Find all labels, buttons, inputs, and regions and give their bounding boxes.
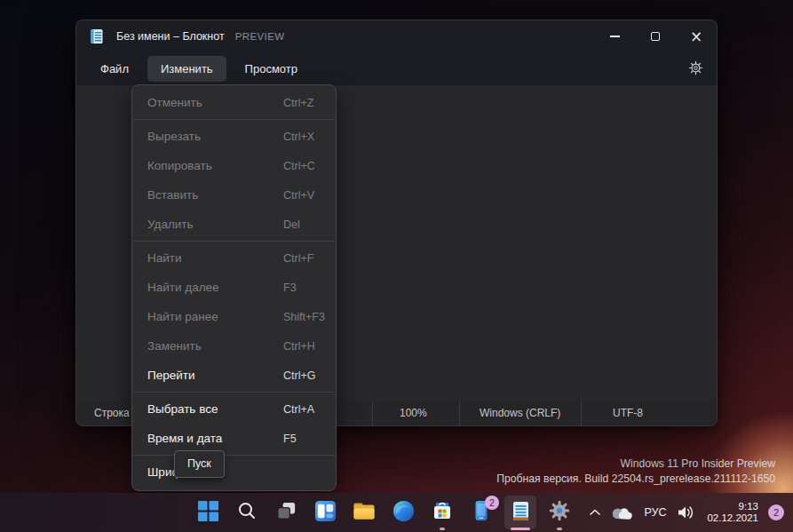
file-explorer-icon	[353, 500, 376, 525]
menu-item-find-previous[interactable]: Найти ранееShift+F3	[132, 302, 336, 331]
insider-watermark: Windows 11 Pro Insider Preview Пробная в…	[496, 457, 775, 486]
tray-time: 9:13	[707, 501, 758, 513]
edit-dropdown-menu: ОтменитьCtrl+Z ВырезатьCtrl+X Копировать…	[131, 84, 337, 491]
menu-item-time-date[interactable]: Время и датаF5	[132, 424, 336, 453]
menubar: Файл Изменить Просмотр	[76, 52, 717, 85]
phone-link-badge: 2	[485, 496, 499, 510]
tray-chevron-up-icon[interactable]	[587, 508, 603, 517]
minimize-icon	[610, 36, 620, 36]
edge-icon	[393, 500, 415, 526]
maximize-icon	[651, 32, 660, 41]
task-view-button[interactable]	[266, 493, 305, 532]
notepad-active-indicator	[511, 528, 530, 530]
start-tooltip: Пуск	[174, 450, 225, 478]
menu-item-copy[interactable]: КопироватьCtrl+C	[132, 151, 336, 180]
watermark-line1: Windows 11 Pro Insider Preview	[496, 457, 775, 472]
titlebar[interactable]: Без имени – Блокнот PREVIEW ×	[76, 20, 717, 52]
menu-item-undo[interactable]: ОтменитьCtrl+Z	[132, 88, 336, 117]
phone-link-button[interactable]: 2	[462, 493, 501, 532]
menu-view[interactable]: Просмотр	[232, 56, 311, 82]
start-icon	[197, 500, 219, 526]
menu-separator	[133, 241, 335, 242]
file-explorer-button[interactable]	[345, 493, 384, 532]
menu-file[interactable]: Файл	[87, 56, 142, 82]
menu-item-font[interactable]: Шрифт	[132, 457, 336, 487]
preview-badge: PREVIEW	[235, 31, 285, 42]
notepad-taskbar-button[interactable]	[501, 493, 540, 532]
window-title: Без имени – Блокнот	[116, 30, 225, 43]
menu-item-select-all[interactable]: Выбрать всеCtrl+A	[132, 394, 336, 424]
tray-date: 02.12.2021	[707, 512, 758, 525]
zoom-level: 100%	[372, 401, 459, 425]
language-indicator[interactable]: РУС	[642, 506, 668, 519]
menu-edit[interactable]: Изменить	[147, 56, 226, 82]
menu-item-find[interactable]: НайтиCtrl+F	[132, 243, 336, 273]
settings-button[interactable]	[540, 493, 579, 532]
menu-separator	[133, 392, 335, 393]
search-icon	[237, 501, 257, 524]
menu-separator	[133, 455, 335, 456]
onedrive-cloud-icon[interactable]	[611, 505, 634, 520]
encoding: UTF-8	[581, 401, 717, 425]
store-icon	[432, 500, 453, 525]
settings-icon	[549, 500, 570, 525]
settings-running-indicator	[557, 528, 562, 530]
menu-item-replace[interactable]: ЗаменитьCtrl+H	[132, 331, 336, 361]
task-view-icon	[275, 500, 297, 526]
menu-item-cut[interactable]: ВырезатьCtrl+X	[132, 122, 336, 151]
widgets-button[interactable]	[305, 493, 345, 532]
store-running-indicator	[440, 528, 445, 530]
close-icon: ×	[690, 29, 702, 44]
menu-item-paste[interactable]: ВставитьCtrl+V	[132, 180, 336, 210]
menu-item-go-to[interactable]: ПерейтиCtrl+G	[132, 361, 336, 390]
volume-icon[interactable]	[676, 504, 695, 520]
line-ending: Windows (CRLF)	[459, 401, 581, 425]
menu-separator	[133, 119, 335, 120]
taskbar: 2	[0, 493, 793, 532]
menu-item-delete[interactable]: УдалитьDel	[132, 210, 336, 239]
settings-gear-icon[interactable]	[688, 60, 703, 75]
widgets-icon	[314, 500, 337, 526]
notepad-taskbar-icon	[510, 500, 532, 526]
minimize-button[interactable]	[594, 20, 635, 52]
start-button[interactable]	[188, 493, 227, 532]
edge-button[interactable]	[384, 493, 423, 532]
maximize-button[interactable]	[635, 20, 676, 52]
notepad-icon	[90, 28, 104, 44]
search-button[interactable]	[227, 493, 266, 532]
store-button[interactable]	[423, 493, 462, 532]
desktop[interactable]: Windows 11 Pro Insider Preview Пробная в…	[0, 0, 793, 532]
clock[interactable]: 9:13 02.12.2021	[703, 501, 758, 525]
notification-badge[interactable]: 2	[768, 504, 784, 520]
watermark-line2: Пробная версия. Build 22504.rs_prereleas…	[496, 472, 775, 487]
menu-item-find-next[interactable]: Найти далееF3	[132, 273, 336, 302]
close-button[interactable]: ×	[676, 20, 717, 52]
